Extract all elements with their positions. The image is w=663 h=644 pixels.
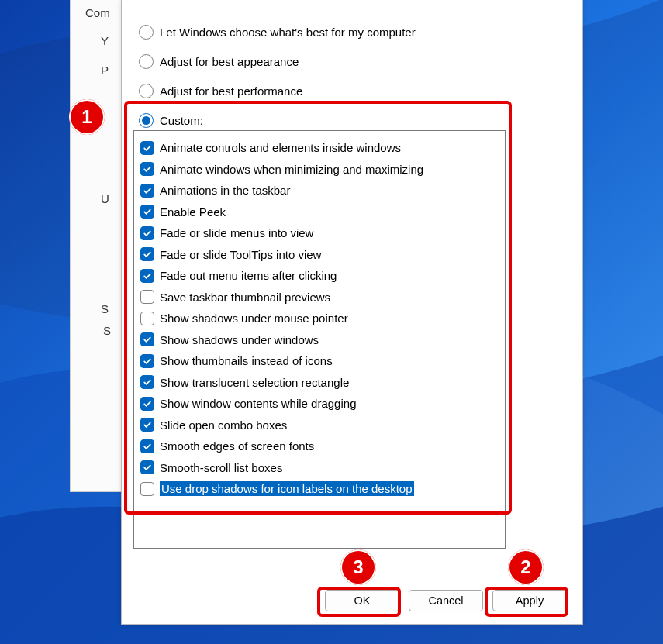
option-label: Show shadows under mouse pointer: [160, 312, 348, 325]
option-label: Fade or slide menus into view: [160, 226, 313, 239]
bg-text-fragment: S: [103, 324, 111, 337]
bg-text-fragment: Y: [101, 34, 109, 47]
option-label: Slide open combo boxes: [160, 418, 287, 432]
option-row[interactable]: Animate controls and elements inside win…: [139, 137, 500, 159]
visual-effects-radio-group: Let Windows choose what's best for my co…: [122, 0, 582, 138]
option-label: Fade out menu items after clicking: [160, 269, 337, 282]
bg-text-fragment: S: [101, 302, 109, 315]
checkbox-icon[interactable]: [140, 247, 154, 261]
option-row[interactable]: Animations in the taskbar: [139, 180, 500, 201]
checkbox-icon[interactable]: [140, 354, 154, 368]
checkbox-icon[interactable]: [140, 162, 154, 176]
radio-label: Adjust for best performance: [160, 84, 302, 98]
radio-icon: [139, 84, 154, 98]
option-row[interactable]: Fade or slide ToolTips into view: [139, 244, 500, 266]
checkbox-icon[interactable]: [140, 290, 154, 304]
option-row[interactable]: Show shadows under windows: [139, 329, 500, 351]
radio-label: Adjust for best appearance: [160, 55, 299, 68]
option-row[interactable]: Smooth-scroll list boxes: [139, 457, 500, 479]
radio-best-performance[interactable]: Adjust for best performance: [139, 76, 570, 105]
checkbox-icon[interactable]: [140, 269, 154, 283]
option-label: Show translucent selection rectangle: [160, 376, 349, 389]
radio-label: Let Windows choose what's best for my co…: [160, 26, 416, 39]
apply-button[interactable]: Apply: [492, 590, 567, 611]
checkbox-icon[interactable]: [140, 226, 154, 240]
option-row[interactable]: Show shadows under mouse pointer: [139, 308, 500, 329]
ok-button[interactable]: OK: [325, 590, 399, 611]
option-label: Smooth edges of screen fonts: [160, 439, 314, 453]
visual-effects-checklist[interactable]: Animate controls and elements inside win…: [133, 130, 506, 549]
radio-icon: [139, 113, 154, 128]
option-label: Enable Peek: [160, 205, 226, 219]
option-row[interactable]: Show translucent selection rectangle: [139, 372, 500, 394]
option-row[interactable]: Smooth edges of screen fonts: [139, 436, 500, 457]
radio-let-windows-choose[interactable]: Let Windows choose what's best for my co…: [139, 17, 570, 46]
option-row[interactable]: Fade or slide menus into view: [139, 222, 500, 244]
option-label: Animations in the taskbar: [160, 184, 290, 197]
option-label: Fade or slide ToolTips into view: [160, 248, 321, 261]
option-label: Animate controls and elements inside win…: [160, 141, 401, 154]
checkbox-icon[interactable]: [140, 397, 154, 411]
checkbox-icon[interactable]: [140, 332, 154, 346]
radio-label: Custom:: [160, 114, 203, 127]
bg-text-fragment: P: [101, 64, 109, 77]
option-row[interactable]: Use drop shadows for icon labels on the …: [139, 478, 500, 500]
checkbox-icon[interactable]: [140, 418, 154, 432]
option-row[interactable]: Slide open combo boxes: [139, 415, 500, 436]
radio-icon: [139, 54, 154, 69]
background-tab-fragment: Com: [85, 6, 110, 19]
dialog-button-bar: OK Cancel Apply: [325, 590, 567, 611]
bg-text-fragment: U: [101, 192, 109, 205]
option-row[interactable]: Animate windows when minimizing and maxi…: [139, 159, 500, 181]
checkbox-icon[interactable]: [140, 184, 154, 198]
option-label: Show shadows under windows: [160, 333, 319, 346]
option-label: Show thumbnails instead of icons: [160, 354, 333, 367]
cancel-button[interactable]: Cancel: [409, 590, 483, 611]
checkbox-icon[interactable]: [140, 439, 154, 453]
radio-icon: [139, 25, 154, 40]
option-row[interactable]: Fade out menu items after clicking: [139, 265, 500, 287]
option-row[interactable]: Show thumbnails instead of icons: [139, 350, 500, 372]
checkbox-icon[interactable]: [140, 141, 154, 155]
option-label: Use drop shadows for icon labels on the …: [160, 481, 414, 496]
checkbox-icon[interactable]: [140, 205, 154, 219]
checkbox-icon[interactable]: [140, 460, 154, 474]
radio-best-appearance[interactable]: Adjust for best appearance: [139, 46, 570, 76]
option-row[interactable]: Enable Peek: [139, 201, 500, 223]
option-row[interactable]: Show window contents while dragging: [139, 393, 500, 415]
option-label: Show window contents while dragging: [160, 397, 356, 410]
option-row[interactable]: Save taskbar thumbnail previews: [139, 287, 500, 308]
option-label: Save taskbar thumbnail previews: [160, 291, 330, 304]
checkbox-icon[interactable]: [140, 375, 154, 389]
option-label: Smooth-scroll list boxes: [160, 461, 282, 474]
option-label: Animate windows when minimizing and maxi…: [160, 163, 423, 176]
checkbox-icon[interactable]: [140, 482, 154, 496]
checkbox-icon[interactable]: [140, 312, 154, 325]
